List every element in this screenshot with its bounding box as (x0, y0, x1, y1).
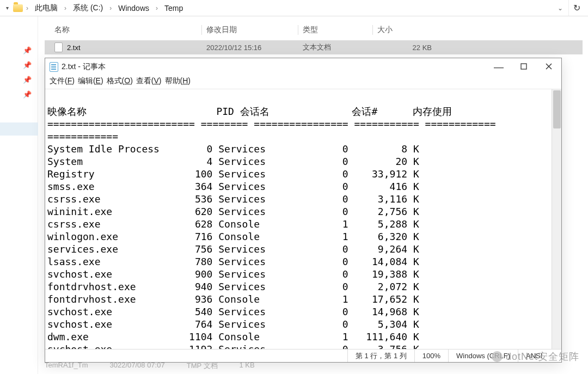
explorer-address-bar[interactable]: ▾ › 此电脑 › 系统 (C:) › Windows › Temp ⌄ ↻ (0, 0, 588, 16)
address-dropdown-icon[interactable]: ⌄ (554, 4, 566, 12)
file-date: 2022/10/12 15:16 (206, 44, 293, 52)
notepad-menu: 文件(F) 编辑(E) 格式(O) 查看(V) 帮助(H) (45, 76, 561, 89)
breadcrumb-this-pc[interactable]: 此电脑 (32, 2, 61, 14)
chevron-right-icon[interactable]: › (63, 4, 68, 12)
vertical-scrollbar[interactable] (552, 89, 561, 349)
pin-icon: 📌 (23, 61, 32, 69)
col-header-size[interactable]: 大小 (377, 25, 432, 35)
file-name: 2.txt (67, 44, 81, 52)
minimize-button[interactable]: — (486, 58, 511, 76)
breadcrumb-temp[interactable]: Temp (161, 3, 186, 14)
menu-format[interactable]: 格式(O) (107, 76, 133, 86)
col-header-name[interactable]: 名称 (45, 25, 197, 35)
nav-selection-highlight (0, 122, 38, 136)
history-dropdown-icon[interactable]: ▾ (3, 5, 11, 11)
breadcrumb-windows[interactable]: Windows (115, 3, 152, 14)
quick-access-gutter: 📌 📌 📌 📌 (0, 16, 38, 374)
menu-help[interactable]: 帮助(H) (165, 76, 191, 86)
menu-file[interactable]: 文件(F) (50, 76, 75, 86)
file-size: 22 KB (377, 44, 432, 52)
status-position: 第 1 行，第 1 列 (347, 350, 414, 362)
scrollbar-thumb[interactable] (553, 90, 561, 128)
status-zoom: 100% (414, 350, 448, 362)
file-type: 文本文档 (303, 42, 368, 52)
maximize-button[interactable] (511, 58, 536, 76)
status-encoding: ANSI (518, 350, 561, 362)
col-header-type[interactable]: 类型 (303, 25, 368, 35)
menu-view[interactable]: 查看(V) (136, 76, 162, 86)
chevron-right-icon[interactable]: › (108, 4, 113, 12)
file-listing: 名称 修改日期 类型 大小 2.txt 2022/10/12 15:16 文本文… (45, 22, 583, 54)
col-header-date[interactable]: 修改日期 (206, 25, 293, 35)
notepad-window: 2.txt - 记事本 — 文件(F) 编辑(E) 格式(O) 查看(V) 帮助… (45, 58, 562, 363)
close-button[interactable] (536, 58, 561, 76)
folder-icon (13, 4, 23, 12)
refresh-button[interactable]: ↻ (568, 0, 585, 16)
status-eol: Windows (CRLF) (448, 350, 518, 362)
file-row-hidden: TemRA1f_Tm 3022/07/08 07:07 TMP 文档 1 KB (45, 361, 255, 371)
menu-edit[interactable]: 编辑(E) (78, 76, 103, 86)
notepad-title: 2.txt - 记事本 (62, 62, 106, 72)
file-row[interactable]: 2.txt 2022/10/12 15:16 文本文档 22 KB (45, 40, 583, 54)
breadcrumb-drive-c[interactable]: 系统 (C:) (70, 2, 106, 14)
column-headers[interactable]: 名称 修改日期 类型 大小 (45, 22, 583, 40)
chevron-right-icon[interactable]: › (25, 4, 29, 12)
svg-rect-0 (521, 64, 526, 69)
notepad-icon (50, 62, 58, 72)
pin-icon: 📌 (23, 76, 32, 84)
notepad-text-area[interactable]: 映像名称 PID 会话名 会话# 内存使用 ==================… (45, 89, 552, 349)
pin-icon: 📌 (23, 46, 32, 54)
notepad-titlebar[interactable]: 2.txt - 记事本 — (45, 58, 561, 76)
text-file-icon (54, 42, 63, 52)
chevron-right-icon[interactable]: › (155, 4, 159, 12)
notepad-status-bar: 第 1 行，第 1 列 100% Windows (CRLF) ANSI (45, 349, 561, 362)
pin-icon: 📌 (23, 90, 32, 99)
